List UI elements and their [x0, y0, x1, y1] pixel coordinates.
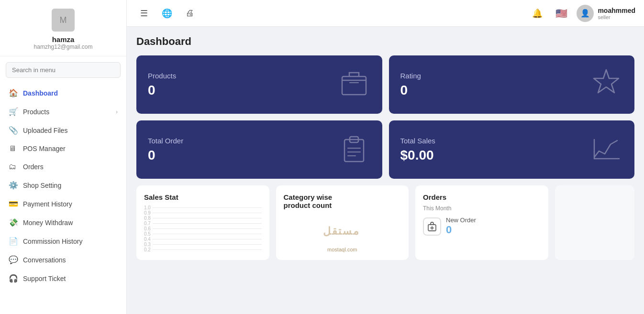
- stat-card-rating-info: Rating 0: [400, 72, 421, 98]
- chart-y-label: 0.5: [144, 231, 151, 237]
- notification-bell-button[interactable]: 🔔: [529, 5, 546, 22]
- mostaql-logo: مستقل: [284, 213, 401, 247]
- avatar: M: [52, 9, 75, 32]
- chart-y-label: 0.4: [144, 237, 151, 242]
- pos-manager-nav-icon: 🖥: [9, 144, 18, 153]
- header-user-avatar: 👤: [577, 5, 594, 22]
- sidebar-item-dashboard[interactable]: 🏠 Dashboard: [0, 84, 126, 102]
- sidebar-item-label: Payment History: [23, 200, 118, 208]
- user-info: moahmmed seller: [598, 7, 635, 20]
- chart-tick: [153, 234, 262, 234]
- stat-card-total-order-label: Total Order: [148, 137, 183, 145]
- stat-card-rating-value: 0: [400, 83, 421, 98]
- extra-widget: [555, 185, 635, 260]
- stat-card-total-sales-value: $0.00: [400, 148, 435, 163]
- stat-card-rating-label: Rating: [400, 72, 421, 80]
- stat-card-total-order-info: Total Order 0: [148, 137, 183, 163]
- orders-this-month-label: This Month: [423, 205, 541, 212]
- sidebar-item-label: Money Withdraw: [23, 219, 118, 227]
- main-area: ☰ 🌐 🖨 🔔 🇺🇸 👤 moahmmed seller Dashboard: [127, 0, 644, 314]
- order-bag-icon: [423, 217, 441, 236]
- sidebar-item-shop-setting[interactable]: ⚙️ Shop Setting: [0, 176, 126, 195]
- support-ticket-nav-icon: 🎧: [9, 274, 18, 283]
- commission-history-nav-icon: 📄: [9, 237, 18, 246]
- sidebar-item-pos-manager[interactable]: 🖥 POS Manager: [0, 140, 126, 158]
- chart-line-row: 0.9: [144, 210, 262, 216]
- chart-lines: 1.0 0.9 0.8 0.7 0.6 0.5 0.4 0.3 0.2: [144, 205, 262, 243]
- sidebar-item-label: Orders: [23, 163, 118, 171]
- chart-icon: [589, 131, 623, 168]
- category-widget-title: Category wiseproduct count: [284, 193, 401, 209]
- menu-toggle-button[interactable]: ☰: [135, 5, 153, 22]
- payment-history-nav-icon: 💳: [9, 199, 18, 208]
- sidebar-email: hamzhg12@gmail.com: [34, 43, 93, 50]
- sidebar-nav: 🏠 Dashboard 🛒 Products › 📎 Uploaded File…: [0, 81, 126, 314]
- chart-y-label: 0.9: [144, 210, 151, 216]
- stat-card-products-label: Products: [148, 72, 176, 80]
- sidebar-item-conversations[interactable]: 💬 Conversations: [0, 250, 126, 269]
- sidebar-item-support-ticket[interactable]: 🎧 Support Ticket: [0, 269, 126, 288]
- chart-y-label: 1.0: [144, 205, 151, 210]
- mostaql-watermark-text: mostaql.com: [284, 247, 401, 252]
- print-icon-button[interactable]: 🖨: [181, 5, 199, 22]
- chart-line-row: 1.0: [144, 205, 262, 210]
- chart-y-label: 0.6: [144, 226, 151, 231]
- orders-nav-icon: 🗂: [9, 162, 18, 171]
- sidebar-item-label: Support Ticket: [23, 275, 118, 282]
- shop-setting-nav-icon: ⚙️: [9, 181, 18, 190]
- sidebar-item-orders[interactable]: 🗂 Orders: [0, 158, 126, 176]
- chart-tick: [153, 239, 262, 239]
- stat-card-total-order-value: 0: [148, 148, 183, 163]
- chart-line-row: 0.4: [144, 237, 262, 242]
- svg-marker-1: [594, 70, 619, 93]
- chart-tick: [153, 228, 262, 229]
- sidebar-item-label: POS Manager: [23, 145, 118, 152]
- language-flag-button[interactable]: 🇺🇸: [553, 5, 570, 22]
- stat-card-rating: Rating 0: [389, 55, 635, 114]
- chart-line-row: 0.3: [144, 242, 262, 247]
- sidebar-item-label: Dashboard: [23, 89, 118, 97]
- clipboard-icon: [337, 131, 371, 168]
- page-title: Dashboard: [136, 35, 634, 48]
- stat-card-products-info: Products 0: [148, 72, 176, 98]
- conversations-nav-icon: 💬: [9, 255, 18, 264]
- chart-tick: [153, 244, 262, 245]
- chart-tick: [153, 213, 262, 213]
- sidebar-item-products[interactable]: 🛒 Products ›: [0, 102, 126, 121]
- sidebar-item-commission-history[interactable]: 📄 Commission History: [0, 232, 126, 250]
- sidebar-item-label: Commission History: [23, 238, 118, 245]
- chart-y-label: 0.7: [144, 221, 151, 226]
- sidebar-item-label: Shop Setting: [23, 182, 118, 189]
- stat-card-products-value: 0: [148, 83, 176, 98]
- svg-rect-0: [342, 76, 366, 95]
- chevron-right-icon: ›: [116, 108, 118, 115]
- chart-line-row: 0.8: [144, 216, 262, 221]
- sidebar-item-money-withdraw[interactable]: 💸 Money Withdraw: [0, 213, 126, 232]
- sidebar-item-payment-history[interactable]: 💳 Payment History: [0, 195, 126, 213]
- search-input[interactable]: [6, 62, 121, 78]
- chart-line-row: 0.7: [144, 221, 262, 226]
- header-username: moahmmed: [598, 7, 635, 14]
- user-profile[interactable]: 👤 moahmmed seller: [577, 5, 635, 22]
- chart-tick: [153, 218, 262, 218]
- sidebar-item-label: Conversations: [23, 256, 118, 264]
- money-withdraw-nav-icon: 💸: [9, 218, 18, 227]
- sales-stat-widget: Sales Stat 1.0 0.9 0.8 0.7 0.6 0.5 0.4 0…: [136, 185, 269, 260]
- sidebar-item-label: Uploaded Files: [23, 127, 118, 134]
- products-nav-icon: 🛒: [9, 107, 18, 116]
- globe-icon-button[interactable]: 🌐: [158, 5, 176, 22]
- new-order-info: New Order 0: [446, 217, 476, 236]
- sidebar-search-wrapper: [6, 62, 121, 78]
- header: ☰ 🌐 🖨 🔔 🇺🇸 👤 moahmmed seller: [127, 0, 644, 27]
- box-icon: [337, 66, 371, 103]
- chart-line-row: 0.6: [144, 226, 262, 231]
- sidebar-username: hamza: [52, 35, 75, 43]
- stat-card-total-order: Total Order 0: [136, 120, 382, 179]
- sidebar-profile: M hamza hamzhg12@gmail.com: [0, 0, 126, 56]
- orders-widget-title: Orders: [423, 193, 541, 201]
- sidebar-item-uploaded-files[interactable]: 📎 Uploaded Files: [0, 121, 126, 140]
- chart-line-row: 0.5: [144, 231, 262, 237]
- uploaded-files-nav-icon: 📎: [9, 126, 18, 135]
- stat-card-total-sales-info: Total Sales $0.00: [400, 137, 435, 163]
- widgets-row: Sales Stat 1.0 0.9 0.8 0.7 0.6 0.5 0.4 0…: [136, 185, 634, 260]
